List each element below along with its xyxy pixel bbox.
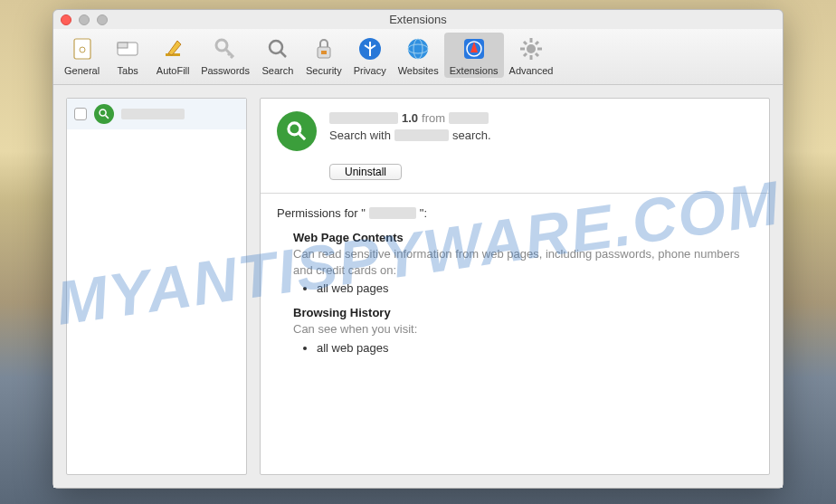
content-area: 1.0 from Search with search. Uninstall P…: [53, 85, 783, 488]
autofill-icon: [158, 34, 187, 63]
minimize-button[interactable]: [79, 14, 90, 25]
svg-point-16: [100, 109, 106, 116]
permission-item: all web pages: [317, 281, 753, 295]
websites-icon: [404, 34, 432, 63]
tab-tabs[interactable]: Tabs: [105, 33, 150, 78]
extension-enable-checkbox[interactable]: [74, 108, 87, 120]
permission-section-webpage: Web Page Contents Can read sensitive inf…: [293, 231, 753, 295]
general-icon: [68, 34, 97, 63]
maximize-button[interactable]: [97, 14, 108, 25]
passwords-icon: [211, 34, 240, 63]
extensions-icon: [460, 34, 489, 63]
uninstall-button[interactable]: Uninstall: [329, 164, 402, 180]
tab-privacy[interactable]: Privacy: [347, 33, 393, 78]
titlebar: Extensions: [53, 10, 783, 29]
permissions-heading: Permissions for " ":: [277, 206, 753, 220]
permission-item: all web pages: [317, 341, 753, 355]
security-icon: [309, 34, 338, 63]
tab-extensions[interactable]: Extensions: [444, 33, 504, 78]
detail-title: 1.0 from: [329, 111, 491, 125]
extensions-sidebar: [66, 98, 247, 475]
search-icon: [263, 34, 292, 63]
preferences-toolbar: General Tabs AutoFill Passwords Search: [53, 29, 783, 85]
extension-detail-panel: 1.0 from Search with search. Uninstall P…: [260, 98, 770, 475]
advanced-icon: [517, 34, 546, 63]
preferences-window: Extensions General Tabs AutoFill Passwor…: [52, 9, 784, 489]
tab-search[interactable]: Search: [255, 33, 300, 78]
window-title: Extensions: [61, 13, 775, 26]
extension-name-redacted: [329, 112, 398, 124]
svg-rect-3: [118, 43, 128, 48]
detail-description: Search with search.: [329, 128, 491, 142]
search-name-redacted: [394, 129, 449, 141]
svg-point-15: [527, 44, 536, 53]
extension-icon: [94, 104, 114, 124]
permission-list: all web pages: [317, 341, 753, 355]
privacy-icon: [356, 34, 385, 63]
tabs-icon: [113, 34, 142, 63]
tab-passwords[interactable]: Passwords: [195, 33, 255, 78]
extension-icon-large: [277, 111, 317, 151]
svg-rect-0: [74, 39, 90, 59]
permission-list: all web pages: [317, 281, 753, 295]
svg-point-17: [289, 123, 300, 135]
sidebar-item[interactable]: [67, 99, 246, 129]
divider: [261, 193, 769, 194]
tab-general[interactable]: General: [59, 33, 105, 78]
developer-name-redacted: [449, 112, 489, 124]
tab-websites[interactable]: Websites: [393, 33, 444, 78]
close-button[interactable]: [61, 14, 71, 25]
svg-rect-8: [321, 51, 327, 54]
tab-autofill[interactable]: AutoFill: [150, 33, 195, 78]
tab-security[interactable]: Security: [300, 33, 347, 78]
extension-name-redacted: [369, 207, 416, 219]
extension-name-redacted: [121, 109, 185, 119]
window-controls: [61, 14, 108, 25]
permission-section-history: Browsing History Can see when you visit:…: [293, 306, 753, 355]
svg-point-6: [270, 41, 282, 53]
tab-advanced[interactable]: Advanced: [504, 33, 559, 78]
svg-point-10: [408, 39, 428, 59]
detail-header: 1.0 from Search with search.: [277, 111, 753, 151]
